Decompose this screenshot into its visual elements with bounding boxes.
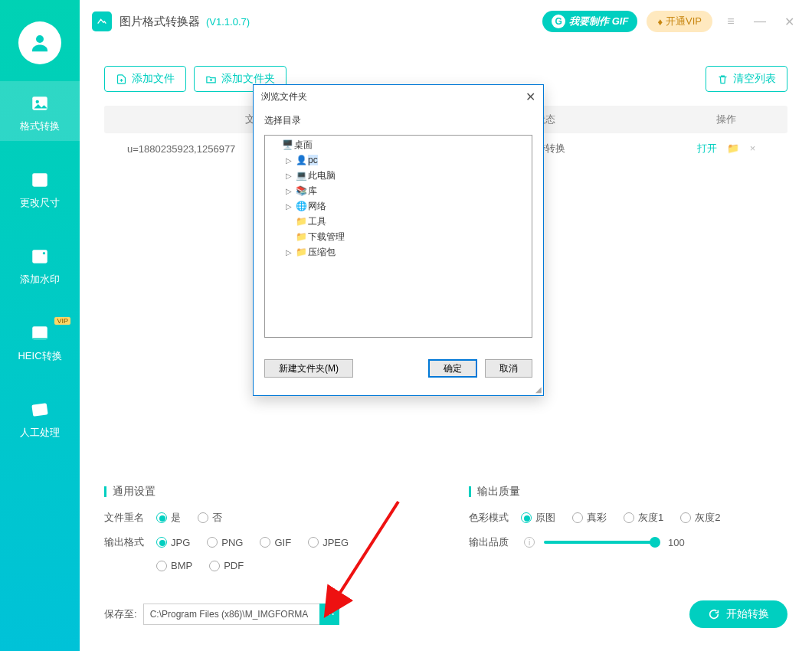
tree-item[interactable]: ▷👤pc [267,152,530,168]
cancel-button[interactable]: 取消 [485,359,532,378]
sidebar: 格式转换 更改尺寸 添加水印 VIP HEIC转换 人工处理 [0,0,80,651]
heic-icon [28,322,51,345]
sidebar-item-label: 人工处理 [0,426,80,440]
svg-rect-6 [32,326,47,339]
manual-icon [28,398,51,421]
radio-color-gray2[interactable]: 灰度2 [680,511,720,525]
sidebar-item-label: 更改尺寸 [0,196,80,210]
start-convert-button[interactable]: 开始转换 [689,600,787,628]
diamond-icon: ♦ [657,16,663,28]
image-icon [28,92,51,115]
radio-bmp[interactable]: BMP [156,560,192,571]
ok-button[interactable]: 确定 [428,359,477,378]
open-folder-icon[interactable]: 📁 [727,142,739,154]
add-file-button[interactable]: 添加文件 [104,66,186,92]
sidebar-item-label: HEIC转换 [0,349,80,363]
col-action: 操作 [665,113,787,126]
tree-item[interactable]: ▷📚库 [267,183,530,198]
vip-badge: VIP [54,317,70,325]
info-icon[interactable]: i [524,537,535,548]
app-version: (V1.1.0.7) [206,16,250,28]
browse-folder-dialog: 浏览文件夹 ✕ 选择目录 🖥️桌面▷👤pc▷💻此电脑▷📚库▷🌐网络📁工具📁下载管… [253,84,544,396]
make-gif-button[interactable]: G我要制作 GIF [542,11,637,32]
rename-label: 文件重名 [104,511,156,525]
svg-point-2 [36,100,39,103]
sidebar-item-watermark[interactable]: 添加水印 [0,234,80,294]
radio-jpeg[interactable]: JPEG [308,537,349,548]
watermark-icon [28,245,51,268]
sidebar-item-resize[interactable]: 更改尺寸 [0,158,80,218]
save-path-input[interactable] [143,604,319,625]
svg-point-5 [43,252,45,254]
resize-icon [28,168,51,191]
sidebar-item-heic[interactable]: VIP HEIC转换 [0,311,80,371]
radio-png[interactable]: PNG [207,537,243,548]
tree-item[interactable]: 📁下载管理 [267,229,530,244]
cell-actions: 打开 📁 × [665,142,787,155]
avatar[interactable] [18,21,61,64]
resize-grip-icon[interactable]: ◢ [254,385,543,395]
radio-jpg[interactable]: JPG [156,537,190,548]
browse-button[interactable]: ⋯ [319,604,339,625]
header: 图片格式转换器 (V1.1.0.7) G我要制作 GIF ♦开通VIP ≡ — … [80,0,812,43]
app-logo-icon [92,11,112,31]
bottom-bar: 保存至: ⋯ 开始转换 [104,600,787,628]
tree-item[interactable]: 📁工具 [267,214,530,229]
sidebar-item-format[interactable]: 格式转换 [0,81,80,141]
quality-label: 输出品质 [469,535,521,549]
tree-item[interactable]: ▷💻此电脑 [267,168,530,183]
tree-item[interactable]: ▷📁压缩包 [267,244,530,260]
quality-slider[interactable] [544,541,659,544]
svg-rect-7 [31,403,47,417]
dialog-subtitle: 选择目录 [264,111,532,127]
radio-color-original[interactable]: 原图 [521,511,555,525]
sidebar-item-label: 添加水印 [0,273,80,286]
new-folder-button[interactable]: 新建文件夹(M) [264,359,353,378]
quality-value: 100 [668,537,685,548]
vip-button[interactable]: ♦开通VIP [647,11,712,32]
dialog-title: 浏览文件夹 [261,90,307,103]
tree-item[interactable]: ▷🌐网络 [267,198,530,214]
quality-settings-title: 输出质量 [469,485,787,499]
settings-panel: 通用设置 文件重名 是 否 输出格式 JPG PNG GIF JPEG BMP … [104,485,787,582]
svg-rect-3 [32,173,47,186]
open-link[interactable]: 打开 [697,142,717,154]
sidebar-item-label: 格式转换 [0,119,80,133]
app-title: 图片格式转换器 [120,15,200,29]
save-to-label: 保存至: [104,607,137,621]
radio-color-true[interactable]: 真彩 [572,511,607,525]
remove-row-button[interactable]: × [750,142,756,154]
color-label: 色彩模式 [469,511,521,525]
minimize-button[interactable]: — [749,11,771,32]
radio-color-gray1[interactable]: 灰度1 [624,511,663,525]
svg-point-0 [36,35,44,43]
format-label: 输出格式 [104,535,156,549]
clear-list-button[interactable]: 清空列表 [706,66,787,92]
folder-tree[interactable]: 🖥️桌面▷👤pc▷💻此电脑▷📚库▷🌐网络📁工具📁下载管理▷📁压缩包 [264,135,532,338]
close-button[interactable]: ✕ [778,11,800,32]
radio-gif[interactable]: GIF [260,537,291,548]
sidebar-item-manual[interactable]: 人工处理 [0,388,80,447]
menu-button[interactable]: ≡ [720,11,742,32]
radio-pdf[interactable]: PDF [209,560,244,571]
general-settings-title: 通用设置 [104,485,423,499]
radio-rename-no[interactable]: 否 [198,511,222,525]
dialog-close-button[interactable]: ✕ [526,90,535,104]
tree-item[interactable]: 🖥️桌面 [267,137,530,152]
svg-rect-4 [32,250,47,263]
radio-rename-yes[interactable]: 是 [156,511,181,525]
